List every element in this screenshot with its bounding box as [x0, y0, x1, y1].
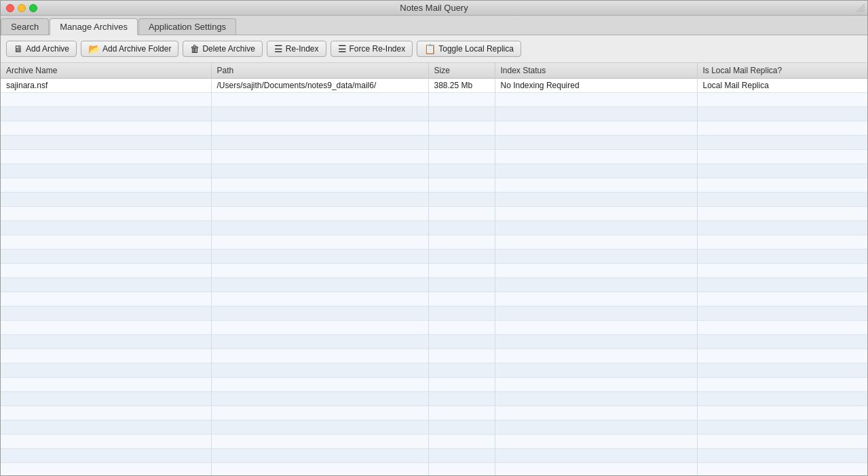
table-row-empty — [1, 121, 867, 136]
table-row-empty — [1, 193, 867, 207]
table-row-empty — [1, 292, 867, 306]
re-index-button[interactable]: ☰ Re-Index — [267, 41, 326, 57]
minimize-button[interactable] — [18, 4, 26, 12]
archives-table-container[interactable]: Archive Name Path Size Index Status Is L… — [1, 63, 867, 475]
table-header-row: Archive Name Path Size Index Status Is L… — [1, 63, 867, 79]
archives-table: Archive Name Path Size Index Status Is L… — [1, 63, 867, 475]
delete-archive-icon: 🗑 — [190, 44, 200, 54]
main-window: Notes Mail Query Search Manage Archives … — [0, 0, 868, 476]
force-re-index-icon: ☰ — [338, 44, 347, 54]
col-header-size: Size — [428, 63, 495, 79]
toggle-local-replica-icon: 📋 — [424, 44, 436, 54]
table-row-empty — [1, 235, 867, 250]
table-row-empty — [1, 392, 867, 406]
toolbar: 🖥 Add Archive 📂 Add Archive Folder 🗑 Del… — [1, 35, 867, 63]
title-bar: Notes Mail Query — [1, 1, 867, 16]
tabs-bar: Search Manage Archives Application Setti… — [1, 16, 867, 35]
close-button[interactable] — [6, 4, 14, 12]
table-row-empty — [1, 250, 867, 264]
cell-path: /Users/sajith/Documents/notes9_data/mail… — [211, 79, 428, 93]
add-archive-icon: 🖥 — [14, 44, 23, 54]
tab-manage-archives[interactable]: Manage Archives — [50, 18, 138, 35]
col-header-index-status: Index Status — [495, 63, 697, 79]
tab-application-settings[interactable]: Application Settings — [138, 18, 236, 35]
table-row-empty — [1, 321, 867, 335]
traffic-lights — [6, 4, 37, 12]
cell-archive-name: sajinara.nsf — [1, 79, 211, 93]
table-row-empty — [1, 378, 867, 392]
table-row-empty — [1, 107, 867, 121]
table-row-empty — [1, 221, 867, 235]
cell-index-status: No Indexing Required — [495, 79, 697, 93]
table-row-empty — [1, 335, 867, 349]
delete-archive-button[interactable]: 🗑 Delete Archive — [183, 41, 262, 57]
table-row-empty — [1, 449, 867, 463]
table-row-empty — [1, 178, 867, 193]
col-header-path: Path — [211, 63, 428, 79]
cell-is-local-mail-replica: Local Mail Replica — [697, 79, 867, 93]
table-row-empty — [1, 463, 867, 476]
force-re-index-button[interactable]: ☰ Force Re-Index — [331, 41, 413, 57]
table-row-empty — [1, 207, 867, 221]
resize-handle[interactable] — [856, 4, 865, 12]
svg-line-1 — [859, 7, 865, 12]
toggle-local-replica-button[interactable]: 📋 Toggle Local Replica — [417, 41, 521, 57]
table-row-empty — [1, 420, 867, 435]
svg-line-2 — [862, 9, 865, 12]
table-row-empty — [1, 363, 867, 378]
table-row-empty — [1, 435, 867, 449]
add-archive-folder-button[interactable]: 📂 Add Archive Folder — [81, 41, 178, 57]
col-header-archive-name: Archive Name — [1, 63, 211, 79]
col-header-is-local-mail-replica: Is Local Mail Replica? — [697, 63, 867, 79]
table-row-empty — [1, 278, 867, 292]
table-row-empty — [1, 406, 867, 420]
add-archive-folder-icon: 📂 — [88, 44, 100, 54]
table-row-empty — [1, 136, 867, 150]
tab-search[interactable]: Search — [1, 18, 49, 35]
table-row-empty — [1, 164, 867, 178]
maximize-button[interactable] — [29, 4, 37, 12]
table-row[interactable]: sajinara.nsf/Users/sajith/Documents/note… — [1, 79, 867, 93]
table-row-empty — [1, 150, 867, 164]
re-index-icon: ☰ — [274, 44, 283, 54]
window-title: Notes Mail Query — [400, 3, 468, 13]
add-archive-button[interactable]: 🖥 Add Archive — [6, 41, 77, 57]
table-row-empty — [1, 306, 867, 321]
table-row-empty — [1, 264, 867, 278]
table-row-empty — [1, 93, 867, 107]
table-row-empty — [1, 349, 867, 363]
cell-size: 388.25 Mb — [428, 79, 495, 93]
